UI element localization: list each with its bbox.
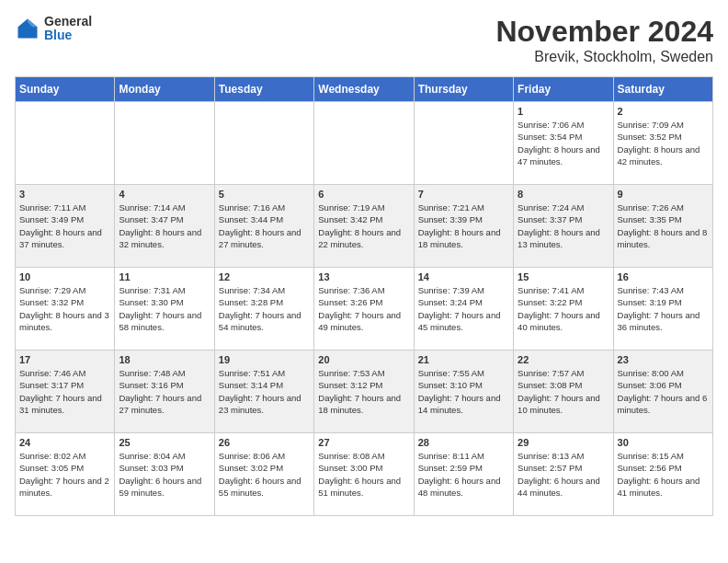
day-number: 27: [318, 437, 409, 448]
calendar-week-row: 17Sunrise: 7:46 AMSunset: 3:17 PMDayligh…: [16, 350, 713, 433]
day-number: 14: [418, 271, 509, 282]
logo: General Blue: [15, 15, 92, 43]
calendar-header-saturday: Saturday: [613, 77, 712, 102]
calendar-cell: 10Sunrise: 7:29 AMSunset: 3:32 PMDayligh…: [16, 268, 115, 350]
day-number: 12: [219, 271, 310, 282]
day-number: 24: [19, 437, 110, 448]
day-info: Sunrise: 8:15 AMSunset: 2:56 PMDaylight:…: [618, 450, 709, 499]
day-number: 18: [119, 354, 210, 365]
day-number: 6: [318, 189, 409, 200]
calendar-cell: 3Sunrise: 7:11 AMSunset: 3:49 PMDaylight…: [16, 185, 115, 268]
calendar-cell: 17Sunrise: 7:46 AMSunset: 3:17 PMDayligh…: [16, 350, 115, 433]
calendar-cell: 7Sunrise: 7:21 AMSunset: 3:39 PMDaylight…: [414, 185, 513, 268]
calendar-header-friday: Friday: [514, 77, 613, 102]
calendar-cell: [16, 102, 115, 185]
day-number: 3: [19, 189, 110, 200]
calendar-week-row: 3Sunrise: 7:11 AMSunset: 3:49 PMDaylight…: [16, 185, 713, 268]
day-info: Sunrise: 7:14 AMSunset: 3:47 PMDaylight:…: [119, 201, 210, 250]
day-info: Sunrise: 7:48 AMSunset: 3:16 PMDaylight:…: [119, 367, 210, 416]
day-number: 2: [618, 106, 709, 117]
day-number: 16: [618, 271, 709, 282]
day-info: Sunrise: 7:11 AMSunset: 3:49 PMDaylight:…: [19, 201, 110, 250]
calendar-cell: 12Sunrise: 7:34 AMSunset: 3:28 PMDayligh…: [214, 268, 313, 350]
calendar-cell: [414, 102, 513, 185]
calendar-cell: 30Sunrise: 8:15 AMSunset: 2:56 PMDayligh…: [613, 433, 712, 516]
calendar-cell: 14Sunrise: 7:39 AMSunset: 3:24 PMDayligh…: [414, 268, 513, 350]
day-info: Sunrise: 7:21 AMSunset: 3:39 PMDaylight:…: [418, 201, 509, 250]
day-number: 19: [219, 354, 310, 365]
calendar-header-sunday: Sunday: [16, 77, 115, 102]
day-number: 7: [418, 189, 509, 200]
day-info: Sunrise: 7:53 AMSunset: 3:12 PMDaylight:…: [318, 367, 409, 416]
day-info: Sunrise: 7:09 AMSunset: 3:52 PMDaylight:…: [618, 119, 709, 167]
calendar-cell: 22Sunrise: 7:57 AMSunset: 3:08 PMDayligh…: [514, 350, 613, 433]
day-info: Sunrise: 7:34 AMSunset: 3:28 PMDaylight:…: [219, 284, 310, 333]
day-info: Sunrise: 8:06 AMSunset: 3:02 PMDaylight:…: [219, 450, 310, 499]
day-info: Sunrise: 7:29 AMSunset: 3:32 PMDaylight:…: [19, 284, 110, 333]
calendar-header-wednesday: Wednesday: [314, 77, 414, 102]
day-number: 30: [618, 437, 709, 448]
logo-general-text: General: [44, 15, 92, 29]
day-info: Sunrise: 7:24 AMSunset: 3:37 PMDaylight:…: [518, 201, 609, 250]
day-info: Sunrise: 7:55 AMSunset: 3:10 PMDaylight:…: [418, 367, 509, 416]
day-info: Sunrise: 7:41 AMSunset: 3:22 PMDaylight:…: [518, 284, 609, 333]
calendar-header-tuesday: Tuesday: [214, 77, 313, 102]
day-number: 13: [318, 271, 409, 282]
logo-icon: [15, 16, 40, 41]
day-number: 25: [119, 437, 210, 448]
day-number: 9: [618, 189, 709, 200]
day-info: Sunrise: 8:08 AMSunset: 3:00 PMDaylight:…: [318, 450, 409, 499]
calendar-cell: 2Sunrise: 7:09 AMSunset: 3:52 PMDaylight…: [613, 102, 712, 185]
day-info: Sunrise: 7:31 AMSunset: 3:30 PMDaylight:…: [119, 284, 210, 333]
day-number: 15: [518, 271, 609, 282]
calendar-cell: 6Sunrise: 7:19 AMSunset: 3:42 PMDaylight…: [314, 185, 414, 268]
calendar-cell: 19Sunrise: 7:51 AMSunset: 3:14 PMDayligh…: [214, 350, 313, 433]
day-number: 21: [418, 354, 509, 365]
day-number: 28: [418, 437, 509, 448]
calendar-cell: 1Sunrise: 7:06 AMSunset: 3:54 PMDaylight…: [514, 102, 613, 185]
calendar-cell: 25Sunrise: 8:04 AMSunset: 3:03 PMDayligh…: [115, 433, 214, 516]
day-number: 17: [19, 354, 110, 365]
calendar-cell: 23Sunrise: 8:00 AMSunset: 3:06 PMDayligh…: [613, 350, 712, 433]
calendar-cell: 26Sunrise: 8:06 AMSunset: 3:02 PMDayligh…: [214, 433, 313, 516]
calendar-cell: 21Sunrise: 7:55 AMSunset: 3:10 PMDayligh…: [414, 350, 513, 433]
day-info: Sunrise: 8:02 AMSunset: 3:05 PMDaylight:…: [19, 450, 110, 499]
calendar-cell: 11Sunrise: 7:31 AMSunset: 3:30 PMDayligh…: [115, 268, 214, 350]
day-info: Sunrise: 7:16 AMSunset: 3:44 PMDaylight:…: [219, 201, 310, 250]
day-info: Sunrise: 8:00 AMSunset: 3:06 PMDaylight:…: [618, 367, 709, 416]
day-number: 29: [518, 437, 609, 448]
calendar-cell: [214, 102, 313, 185]
calendar-cell: 13Sunrise: 7:36 AMSunset: 3:26 PMDayligh…: [314, 268, 414, 350]
day-number: 22: [518, 354, 609, 365]
calendar-cell: 16Sunrise: 7:43 AMSunset: 3:19 PMDayligh…: [613, 268, 712, 350]
calendar-cell: 15Sunrise: 7:41 AMSunset: 3:22 PMDayligh…: [514, 268, 613, 350]
day-number: 5: [219, 189, 310, 200]
day-info: Sunrise: 7:36 AMSunset: 3:26 PMDaylight:…: [318, 284, 409, 333]
day-info: Sunrise: 7:43 AMSunset: 3:19 PMDaylight:…: [618, 284, 709, 333]
calendar-cell: 18Sunrise: 7:48 AMSunset: 3:16 PMDayligh…: [115, 350, 214, 433]
calendar-week-row: 1Sunrise: 7:06 AMSunset: 3:54 PMDaylight…: [16, 102, 713, 185]
calendar-cell: 8Sunrise: 7:24 AMSunset: 3:37 PMDaylight…: [514, 185, 613, 268]
calendar-cell: 28Sunrise: 8:11 AMSunset: 2:59 PMDayligh…: [414, 433, 513, 516]
day-info: Sunrise: 7:51 AMSunset: 3:14 PMDaylight:…: [219, 367, 310, 416]
calendar-cell: 29Sunrise: 8:13 AMSunset: 2:57 PMDayligh…: [514, 433, 613, 516]
day-info: Sunrise: 8:11 AMSunset: 2:59 PMDaylight:…: [418, 450, 509, 499]
subtitle: Brevik, Stockholm, Sweden: [495, 49, 713, 65]
title-block: November 2024 Brevik, Stockholm, Sweden: [495, 15, 713, 65]
calendar-header-row: SundayMondayTuesdayWednesdayThursdayFrid…: [16, 77, 713, 102]
day-number: 11: [119, 271, 210, 282]
calendar-week-row: 24Sunrise: 8:02 AMSunset: 3:05 PMDayligh…: [16, 433, 713, 516]
calendar-cell: 5Sunrise: 7:16 AMSunset: 3:44 PMDaylight…: [214, 185, 313, 268]
day-number: 10: [19, 271, 110, 282]
main-title: November 2024: [495, 15, 713, 49]
calendar-cell: [115, 102, 214, 185]
day-info: Sunrise: 7:57 AMSunset: 3:08 PMDaylight:…: [518, 367, 609, 416]
day-info: Sunrise: 7:26 AMSunset: 3:35 PMDaylight:…: [618, 201, 709, 250]
day-number: 26: [219, 437, 310, 448]
logo-text: General Blue: [44, 15, 92, 43]
calendar-cell: [314, 102, 414, 185]
day-info: Sunrise: 8:04 AMSunset: 3:03 PMDaylight:…: [119, 450, 210, 499]
day-info: Sunrise: 7:46 AMSunset: 3:17 PMDaylight:…: [19, 367, 110, 416]
calendar-cell: 27Sunrise: 8:08 AMSunset: 3:00 PMDayligh…: [314, 433, 414, 516]
calendar: SundayMondayTuesdayWednesdayThursdayFrid…: [15, 76, 713, 516]
